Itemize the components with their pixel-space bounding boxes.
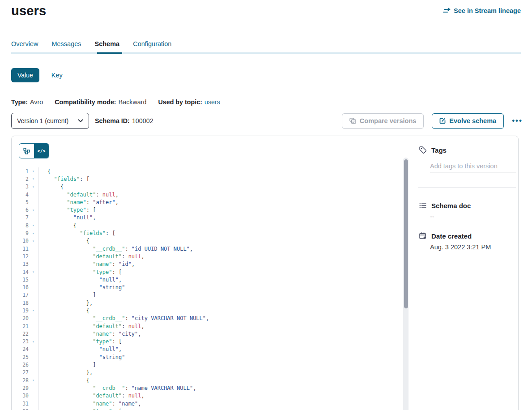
value-toggle-button[interactable]: Value	[11, 68, 39, 82]
lineage-link-label: See in Stream lineage	[454, 7, 521, 14]
fold-toggle-icon[interactable]: ▾	[29, 208, 38, 212]
code-line: 28▾ {	[12, 376, 402, 384]
code-text: "string"	[38, 353, 402, 361]
tab-configuration[interactable]: Configuration	[133, 40, 171, 47]
line-number: 13	[12, 261, 29, 267]
code-line: 5 "name": "after",	[12, 198, 402, 206]
fold-toggle-icon[interactable]: ▾	[29, 378, 38, 382]
fold-toggle-icon[interactable]: ▾	[29, 223, 38, 227]
code-text: {	[38, 237, 402, 245]
fold-toggle-icon[interactable]: ▾	[29, 169, 38, 173]
tab-underline-track	[11, 52, 521, 54]
schema-panel: </> 1▾{2▾ "fields": [3▾ {4 "default": nu…	[11, 136, 519, 410]
schema-meta-row: Type:Avro Compatibility mode:Backward Us…	[11, 98, 220, 106]
type-value: Avro	[30, 98, 43, 106]
code-line: 3▾ {	[12, 183, 402, 191]
code-line: 22 "name": "city",	[12, 330, 402, 337]
code-line: 32▾ "type": [	[12, 407, 402, 410]
line-number: 7	[12, 214, 29, 221]
fold-toggle-icon[interactable]: ▾	[29, 308, 38, 312]
code-text: "type": [	[38, 407, 402, 410]
topic-field: Used by topic:users	[158, 98, 220, 106]
code-line: 25 "string"	[12, 353, 402, 361]
topic-link[interactable]: users	[204, 98, 220, 106]
evolve-schema-button[interactable]: Evolve schema	[432, 113, 504, 129]
line-number: 20	[12, 315, 29, 321]
tab-schema[interactable]: Schema	[95, 40, 120, 47]
fold-toggle-icon[interactable]: ▾	[29, 340, 38, 344]
code-text: "fields": [	[38, 175, 402, 183]
code-text: "type": [	[38, 338, 402, 346]
type-field: Type:Avro	[11, 98, 43, 106]
line-number: 26	[12, 362, 29, 368]
line-number: 32	[12, 408, 29, 410]
code-text: "null",	[38, 346, 402, 353]
code-line: 26 ]	[12, 361, 402, 368]
date-created-title: Date created	[431, 232, 472, 240]
line-number: 15	[12, 277, 29, 283]
compare-versions-button[interactable]: Compare versions	[342, 113, 424, 129]
key-toggle-button[interactable]: Key	[51, 72, 63, 79]
code-view-button[interactable]: </>	[34, 144, 49, 158]
code-scrollbar-track[interactable]	[403, 158, 409, 410]
list-icon	[419, 201, 427, 209]
line-number: 25	[12, 354, 29, 360]
code-scrollbar-thumb[interactable]	[404, 159, 408, 308]
fold-toggle-icon[interactable]: ▾	[29, 270, 38, 274]
code-text: "null",	[38, 276, 402, 283]
line-number: 2	[12, 176, 29, 182]
compatibility-value: Backward	[119, 98, 147, 106]
code-text: "__crdb__": "name VARCHAR NULL",	[38, 384, 402, 392]
schema-tree-icon	[23, 148, 30, 154]
code-text: "default": null,	[38, 252, 402, 260]
code-line: 12 "default": null,	[12, 252, 402, 260]
line-number: 4	[12, 192, 29, 198]
code-line: 29 "__crdb__": "name VARCHAR NULL",	[12, 384, 402, 392]
line-number: 14	[12, 269, 29, 275]
type-label: Type:	[11, 98, 28, 106]
code-line: 18 },	[12, 299, 402, 307]
line-number: 29	[12, 385, 29, 391]
code-text: "fields": [	[38, 229, 402, 237]
sidebar-divider	[418, 187, 516, 188]
fold-toggle-icon[interactable]: ▾	[29, 231, 38, 235]
schema-details-sidebar: Tags Schema doc --	[412, 136, 518, 410]
code-line: 7 "null",	[12, 214, 402, 222]
tree-view-button[interactable]	[19, 144, 34, 158]
schema-doc-title: Schema doc	[431, 202, 471, 209]
version-toolbar: Version 1 (current) Schema ID:100002 Com…	[11, 113, 523, 129]
line-number: 28	[12, 377, 29, 384]
see-in-stream-lineage-link[interactable]: See in Stream lineage	[443, 7, 521, 14]
line-number: 18	[12, 300, 29, 306]
line-number: 17	[12, 292, 29, 298]
line-number: 3	[12, 184, 29, 190]
line-number: 21	[12, 323, 29, 329]
schema-actions: Compare versions Evolve schema •••	[342, 113, 523, 129]
more-options-button[interactable]: •••	[512, 116, 523, 125]
fold-toggle-icon[interactable]: ▾	[29, 239, 38, 243]
code-text: ]	[38, 291, 402, 299]
compare-versions-icon	[349, 118, 356, 124]
code-text: {	[38, 307, 402, 314]
schema-doc-value: --	[430, 213, 434, 220]
code-text: ]	[38, 361, 402, 368]
fold-toggle-icon[interactable]: ▾	[29, 185, 38, 189]
add-tags-input[interactable]	[430, 160, 516, 172]
line-number: 11	[12, 246, 29, 252]
schema-code-editor: 1▾{2▾ "fields": [3▾ {4 "default": null,5…	[12, 167, 402, 410]
schema-view-toggle: </>	[19, 143, 49, 158]
version-select[interactable]: Version 1 (current)	[11, 113, 89, 129]
code-line: 14▾ "type": [	[12, 268, 402, 276]
schema-id-label: Schema ID:	[95, 117, 130, 124]
line-number: 8	[12, 222, 29, 229]
line-number: 9	[12, 230, 29, 236]
value-key-toggle: Value Key	[11, 68, 63, 82]
code-line: 2▾ "fields": [	[12, 175, 402, 183]
fold-toggle-icon[interactable]: ▾	[29, 177, 38, 181]
tab-overview[interactable]: Overview	[11, 40, 38, 47]
date-created-section-header: Date created	[419, 232, 472, 240]
code-text: "__crdb__": "city VARCHAR NOT NULL",	[38, 315, 402, 322]
code-text: "name": "city",	[38, 330, 402, 337]
tab-messages[interactable]: Messages	[51, 40, 81, 47]
code-line: 11 "__crdb__": "id UUID NOT NULL",	[12, 245, 402, 252]
